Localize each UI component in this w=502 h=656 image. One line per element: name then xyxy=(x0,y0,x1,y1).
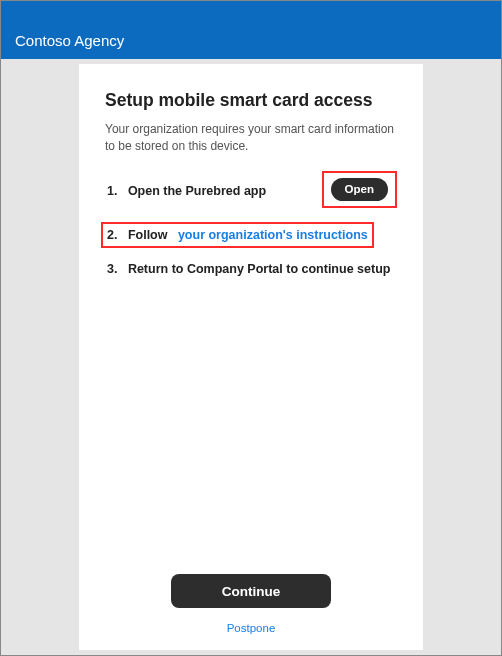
step-2-highlight: 2. Follow your organization's instructio… xyxy=(105,226,370,244)
step-2-row: 2. Follow your organization's instructio… xyxy=(105,226,397,244)
page-title: Setup mobile smart card access xyxy=(105,90,397,111)
step-3-label: Return to Company Portal to continue set… xyxy=(128,262,391,276)
continue-button[interactable]: Continue xyxy=(171,574,331,608)
setup-card: Setup mobile smart card access Your orga… xyxy=(79,64,423,650)
step-3-row: 3. Return to Company Portal to continue … xyxy=(105,260,397,278)
step-1-label: Open the Purebred app xyxy=(128,184,266,198)
step-3-text: 3. Return to Company Portal to continue … xyxy=(105,260,392,278)
step-2-prefix: Follow xyxy=(128,228,168,242)
org-title: Contoso Agency xyxy=(15,32,124,49)
open-button[interactable]: Open xyxy=(331,178,388,201)
org-instructions-link[interactable]: your organization's instructions xyxy=(178,228,368,242)
step-2-number: 2. xyxy=(107,228,117,242)
content-stage: Setup mobile smart card access Your orga… xyxy=(1,59,501,655)
postpone-link[interactable]: Postpone xyxy=(105,622,397,634)
app-header: Contoso Agency xyxy=(1,1,501,59)
open-highlight: Open xyxy=(322,171,397,208)
step-3-number: 3. xyxy=(107,262,117,276)
step-1-text: 1. Open the Purebred app xyxy=(105,182,268,200)
step-1-number: 1. xyxy=(107,184,117,198)
step-1-row: 1. Open the Purebred app Open xyxy=(105,173,397,210)
page-subtitle: Your organization requires your smart ca… xyxy=(105,121,397,155)
